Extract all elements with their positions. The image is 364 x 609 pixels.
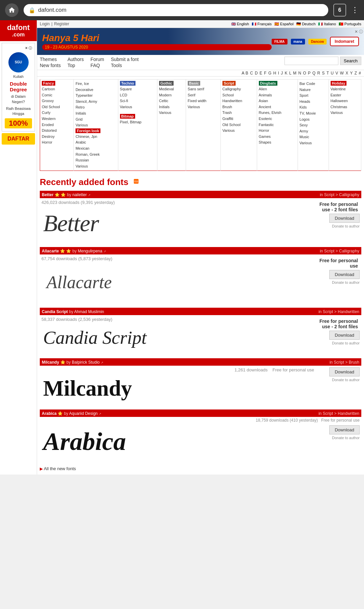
cat-horror-fancy[interactable]: Horror [42, 140, 72, 146]
alpha-x[interactable]: X [345, 71, 349, 75]
cat-fixed-width[interactable]: Fixed width [188, 98, 219, 104]
author-link-candia[interactable]: Ahmad Muslimin [74, 309, 104, 314]
cat-roman[interactable]: Roman, Greek [75, 152, 116, 158]
cat-alien[interactable]: Alien [259, 86, 296, 92]
alpha-k[interactable]: K [285, 71, 289, 75]
search-input[interactable] [284, 57, 338, 65]
download-button-milcandy[interactable]: Download [329, 367, 360, 376]
cat-distorted[interactable]: Distorted [42, 128, 72, 134]
cat-ancient[interactable]: Ancient [259, 104, 296, 110]
donate-link-arabica[interactable]: Donate to author [332, 436, 360, 440]
cat-various-basic[interactable]: Various [188, 104, 219, 110]
cat-celtic[interactable]: Celtic [159, 98, 184, 104]
alpha-c[interactable]: C [250, 71, 254, 75]
alpha-r[interactable]: R [317, 71, 321, 75]
alpha-u[interactable]: U [331, 71, 335, 75]
cat-curly[interactable]: Curly [42, 110, 72, 116]
cat-trash[interactable]: Trash [222, 110, 255, 116]
login-link[interactable]: Login [40, 22, 50, 26]
tab-count[interactable]: 6 [333, 4, 346, 17]
cat-music[interactable]: Music [300, 134, 327, 140]
all-new-fonts-link[interactable]: All the new fonts [44, 466, 76, 471]
cat-heads[interactable]: Heads [300, 99, 327, 105]
home-button[interactable] [5, 3, 19, 17]
cat-arabic[interactable]: Arabic [75, 140, 116, 146]
cat-runes[interactable]: Runes, Elvish [259, 110, 296, 116]
alpha-t[interactable]: T [327, 71, 330, 75]
cat-lcd[interactable]: LCD [120, 92, 155, 98]
donate-link-milcandy[interactable]: Donate to author [332, 378, 360, 382]
alpha-hash[interactable]: # [359, 71, 361, 75]
donate-link-candia[interactable]: Donate to author [332, 341, 360, 345]
alpha-m[interactable]: M [293, 71, 298, 75]
cat-various-holiday[interactable]: Various [331, 110, 359, 116]
alpha-h[interactable]: H [273, 71, 277, 75]
cat-cartoon[interactable]: Cartoon [42, 86, 72, 92]
alpha-s[interactable]: S [322, 71, 326, 75]
alpha-i[interactable]: I [278, 71, 280, 75]
address-bar[interactable]: 🔒 dafont.com [24, 4, 328, 16]
cat-destroy[interactable]: Destroy [42, 134, 72, 140]
cat-esoteric[interactable]: Esoteric [259, 116, 296, 122]
foreign-header[interactable]: Foreign look [75, 128, 100, 133]
cat-kids[interactable]: Kids [300, 104, 327, 111]
author-link-better[interactable]: nailetter [72, 192, 87, 197]
cat-scifi[interactable]: Sci-fi [120, 98, 155, 104]
cat-calligraphy[interactable]: Calligraphy [222, 86, 255, 92]
alpha-p[interactable]: P [308, 71, 312, 75]
alpha-f[interactable]: F [264, 71, 268, 75]
dingbats-header[interactable]: Dingbats [259, 81, 277, 86]
lang-french[interactable]: 🇫🇷 Français [252, 22, 272, 26]
cat-old-school-script[interactable]: Old School [222, 122, 255, 128]
register-link[interactable]: Register [54, 22, 69, 26]
cat-various-script[interactable]: Various [222, 128, 255, 134]
tools-link[interactable]: Tools [111, 63, 139, 68]
cat-shapes[interactable]: Shapes [259, 140, 296, 146]
cat-sport[interactable]: Sport [300, 93, 327, 99]
cat-army[interactable]: Army [300, 128, 327, 134]
cat-pixel[interactable]: Pixel, Bitmap [120, 119, 155, 125]
cat-brush[interactable]: Brush [222, 104, 255, 110]
cat-various-gothic[interactable]: Various [159, 110, 184, 116]
cat-various-foreign[interactable]: Various [75, 163, 116, 170]
lang-german[interactable]: 🇩🇪 Deutsch [296, 22, 315, 26]
cat-various-other[interactable]: Various [300, 140, 327, 146]
bitmap-header[interactable]: Bitmap [120, 114, 135, 119]
cat-retro[interactable]: Retro [75, 104, 116, 111]
alpha-v[interactable]: V [335, 71, 339, 75]
alpha-o[interactable]: O [303, 71, 307, 75]
close-icon[interactable]: ✕ ⓘ [5, 46, 32, 51]
alpha-z[interactable]: Z [355, 71, 358, 75]
cat-valentine[interactable]: Valentine [331, 86, 359, 92]
cat-old-school[interactable]: Old School [42, 104, 72, 110]
cat-various-techno[interactable]: Various [120, 104, 155, 110]
ad-close-button[interactable]: ✕ ⓘ [355, 29, 363, 35]
lang-italian[interactable]: 🇮🇹 Italiano [318, 22, 336, 26]
cat-school[interactable]: School [222, 92, 255, 98]
download-button-better[interactable]: Download [329, 214, 360, 223]
alpha-l[interactable]: L [289, 71, 293, 75]
cat-comic[interactable]: Comic [42, 92, 72, 98]
cat-fantastic[interactable]: Fantastic [259, 122, 296, 128]
cat-typewriter[interactable]: Typewriter [75, 93, 116, 99]
cat-western[interactable]: Western [42, 116, 72, 122]
themes-link[interactable]: Themes [40, 57, 61, 62]
alpha-j[interactable]: J [281, 71, 284, 75]
alpha-w[interactable]: W [340, 71, 345, 75]
cat-tv-movie[interactable]: TV, Movie [300, 111, 327, 117]
cat-sans-serif[interactable]: Sans serif [188, 86, 219, 92]
font-name-link-arabica[interactable]: Arabica [42, 411, 57, 416]
authors-link[interactable]: Authors [67, 57, 84, 62]
cat-games[interactable]: Games [259, 134, 296, 140]
basic-header[interactable]: Basic [188, 81, 200, 86]
download-button-arabica[interactable]: Download [329, 425, 360, 434]
cat-barcode[interactable]: Bar Code [300, 81, 327, 87]
cat-easter[interactable]: Easter [331, 92, 359, 98]
cat-russian[interactable]: Russian [75, 157, 116, 163]
donate-link-better[interactable]: Donate to author [332, 224, 360, 228]
browser-menu-button[interactable]: ⋮ [351, 6, 359, 14]
script-header[interactable]: Script [222, 81, 236, 86]
download-button-candia[interactable]: Download [329, 331, 360, 340]
search-button[interactable]: Search [340, 57, 361, 65]
cat-halloween[interactable]: Halloween [331, 98, 359, 104]
